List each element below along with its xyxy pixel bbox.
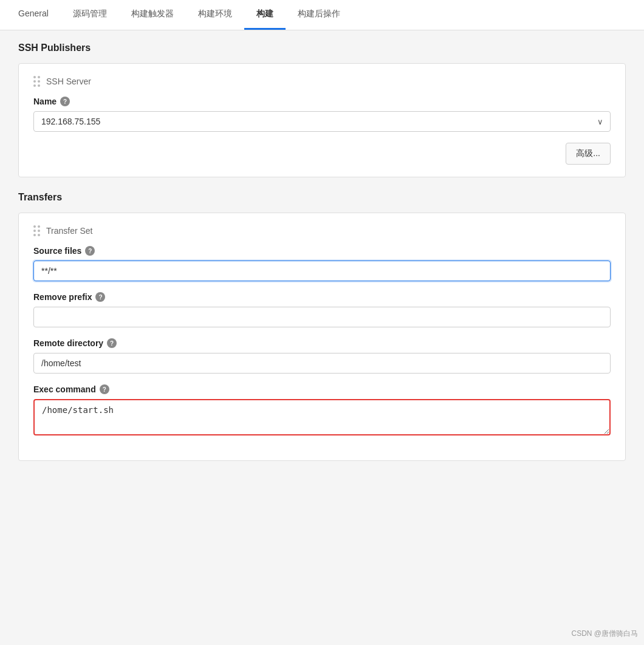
remote-directory-row: Remote directory ? [33, 338, 611, 374]
tab-build-env[interactable]: 构建环境 [186, 0, 244, 30]
name-help-icon[interactable]: ? [60, 97, 70, 106]
name-field-row: Name ? 192.168.75.155 [33, 97, 611, 132]
remove-prefix-row: Remove prefix ? [33, 292, 611, 327]
remote-directory-label: Remote directory ? [33, 338, 611, 348]
tab-build[interactable]: 构建 [244, 0, 286, 30]
transfer-set-label: Transfer Set [46, 226, 93, 236]
transfers-section: Transfers Transfer Set Source files ? Re [18, 192, 626, 461]
advanced-button[interactable]: 高级... [566, 143, 611, 165]
transfer-set-card: Transfer Set Source files ? Remove prefi… [18, 213, 626, 461]
remove-prefix-label: Remove prefix ? [33, 292, 611, 302]
remote-directory-input[interactable] [33, 353, 611, 374]
server-select-wrapper: 192.168.75.155 [33, 111, 611, 132]
advanced-btn-row: 高级... [33, 143, 611, 165]
exec-command-input[interactable] [33, 399, 611, 435]
remote-directory-help-icon[interactable]: ? [107, 338, 117, 348]
exec-command-label: Exec command ? [33, 384, 611, 394]
tab-build-trigger[interactable]: 构建触发器 [119, 0, 186, 30]
remove-prefix-help-icon[interactable]: ? [95, 292, 105, 302]
source-files-label: Source files ? [33, 246, 611, 256]
exec-command-row: Exec command ? [33, 384, 611, 437]
tab-source-mgmt[interactable]: 源码管理 [61, 0, 119, 30]
exec-command-help-icon[interactable]: ? [100, 384, 109, 394]
tab-bar: General源码管理构建触发器构建环境构建构建后操作 [0, 0, 644, 30]
source-files-row: Source files ? [33, 246, 611, 281]
remove-prefix-input[interactable] [33, 307, 611, 327]
server-select[interactable]: 192.168.75.155 [33, 111, 611, 132]
tab-general[interactable]: General [6, 0, 61, 30]
ssh-server-card: SSH Server Name ? 192.168.75.155 高级... [18, 63, 626, 177]
name-label: Name ? [33, 97, 611, 106]
drag-handle-transfer[interactable] [33, 225, 40, 236]
ssh-server-card-header: SSH Server [33, 76, 611, 87]
transfer-set-card-header: Transfer Set [33, 225, 611, 236]
tab-post-build[interactable]: 构建后操作 [286, 0, 352, 30]
ssh-server-label: SSH Server [46, 77, 91, 86]
transfers-title: Transfers [18, 192, 626, 203]
ssh-publishers-title: SSH Publishers [18, 43, 626, 53]
source-files-input[interactable] [33, 261, 611, 281]
source-files-help-icon[interactable]: ? [85, 246, 95, 256]
watermark: CSDN @唐僧骑白马 [571, 629, 638, 639]
drag-handle-ssh[interactable] [33, 76, 40, 87]
main-content: SSH Publishers SSH Server Name ? 192.168… [0, 30, 644, 645]
